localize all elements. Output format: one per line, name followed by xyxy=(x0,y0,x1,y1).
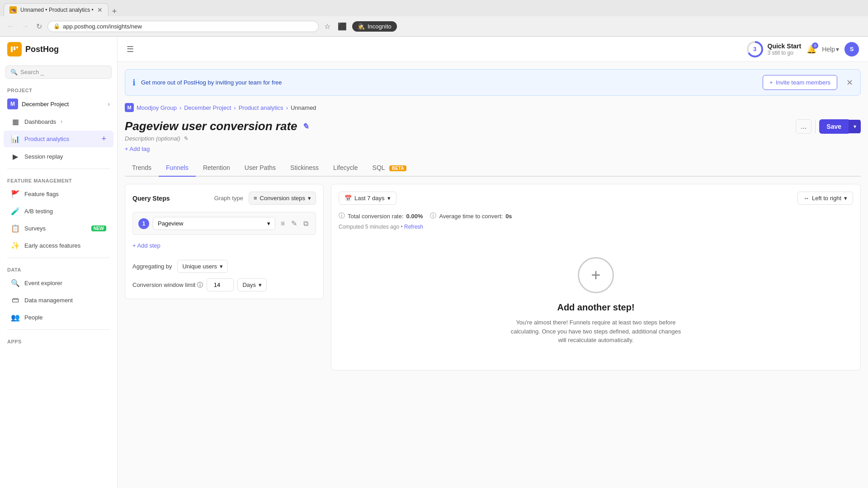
browser-tab[interactable]: 🦔 Unnamed • Product analytics • ✕ xyxy=(4,3,108,16)
insight-title-text[interactable]: Pageview user conversion rate xyxy=(125,119,297,133)
add-tag-button[interactable]: + Add tag xyxy=(125,145,861,152)
tab-retention[interactable]: Retention xyxy=(196,160,237,177)
notifications-button[interactable]: 🔔 0 xyxy=(807,44,816,54)
sidebar-item-data-management[interactable]: 🗃 Data management xyxy=(4,292,113,308)
conversion-window-row: Conversion window limit ⓘ Days ▾ xyxy=(132,278,316,291)
tab-funnels[interactable]: Funnels xyxy=(159,160,196,177)
tab-stickiness[interactable]: Stickiness xyxy=(283,160,326,177)
avg-time-info-icon[interactable]: ⓘ xyxy=(430,212,436,220)
sidebar-item-ab-testing[interactable]: 🧪 A/B testing xyxy=(4,203,113,219)
total-rate-info-icon[interactable]: ⓘ xyxy=(339,212,345,220)
avg-time-label: Average time to convert: xyxy=(439,213,503,220)
edit-desc-icon: ✎ xyxy=(183,135,188,142)
step-row-1: 1 Pageview ▾ ≡ ✎ ⧉ xyxy=(132,212,316,235)
tab-trends[interactable]: Trends xyxy=(125,160,159,177)
reload-button[interactable]: ↻ xyxy=(34,20,44,33)
tab-favicon: 🦔 xyxy=(9,6,17,14)
search-icon: 🔍 xyxy=(10,69,18,75)
banner-close-button[interactable]: ✕ xyxy=(846,78,853,88)
sidebar-item-label: Data management xyxy=(24,297,73,304)
tab-lifecycle[interactable]: Lifecycle xyxy=(326,160,365,177)
date-range-picker[interactable]: 📅 Last 7 days ▾ xyxy=(339,192,396,205)
invite-button-label: Invite team members xyxy=(776,79,830,86)
query-header: Query Steps Graph type ≡ Conversion step… xyxy=(132,192,316,205)
query-steps-panel: Query Steps Graph type ≡ Conversion step… xyxy=(125,184,324,299)
breadcrumb-project[interactable]: December Project xyxy=(184,104,231,111)
lock-icon: 🔒 xyxy=(53,23,60,29)
sidebar-item-label: Event explorer xyxy=(24,280,62,286)
window-label: Conversion window limit ⓘ xyxy=(132,281,203,289)
tab-user-paths[interactable]: User Paths xyxy=(237,160,283,177)
tab-close-button[interactable]: ✕ xyxy=(97,6,103,14)
add-step-circle-button[interactable]: + xyxy=(578,257,614,293)
insight-actions: ... Save ▾ xyxy=(796,119,861,134)
project-selector[interactable]: M December Project › xyxy=(0,95,117,113)
new-tab-button[interactable]: + xyxy=(108,7,121,16)
dashboards-icon: ▦ xyxy=(11,117,20,126)
bookmark-button[interactable]: ☆ xyxy=(322,20,332,33)
agg-select[interactable]: Unique users ▾ xyxy=(177,260,228,273)
edit-title-icon[interactable]: ✎ xyxy=(302,122,309,131)
query-steps-title: Query Steps xyxy=(132,195,170,202)
cast-button[interactable]: ⬛ xyxy=(336,20,349,33)
header-right: 3 Quick Start 3 still to go 🔔 0 Help ▾ S xyxy=(747,41,859,57)
incognito-badge: 🕵️ Incognito xyxy=(352,21,397,32)
sidebar-search[interactable]: 🔍 Search _ xyxy=(5,66,112,79)
two-column-layout: Query Steps Graph type ≡ Conversion step… xyxy=(125,184,861,371)
insight-description[interactable]: Description (optional) ✎ xyxy=(125,135,796,142)
more-options-button[interactable]: ... xyxy=(796,119,811,134)
breadcrumb-group[interactable]: Moodjoy Group xyxy=(137,104,177,111)
step-1-edit-button[interactable]: ✎ xyxy=(289,217,299,230)
left-panel: Query Steps Graph type ≡ Conversion step… xyxy=(125,184,324,371)
sidebar-item-feature-flags[interactable]: 🚩 Feature flags xyxy=(4,186,113,202)
computed-row: Computed 5 minutes ago • Refresh xyxy=(339,224,853,230)
step-number-1: 1 xyxy=(138,218,149,229)
new-badge: NEW xyxy=(91,225,106,231)
add-insight-button[interactable]: + xyxy=(101,134,106,144)
insight-title-area: Pageview user conversion rate ✎ Descript… xyxy=(125,119,796,142)
graph-type-select[interactable]: ≡ Conversion steps ▾ xyxy=(249,192,316,205)
window-info-icon: ⓘ xyxy=(197,281,203,289)
sidebar-item-session-replay[interactable]: ▶ Session replay xyxy=(4,148,113,164)
save-button[interactable]: Save xyxy=(819,119,849,134)
invite-team-members-button[interactable]: + Invite team members xyxy=(763,75,837,90)
sidebar-item-early-access[interactable]: ✨ Early access features xyxy=(4,237,113,253)
computed-text: Computed 5 minutes ago xyxy=(339,224,399,230)
tab-sql[interactable]: SQL BETA xyxy=(365,160,414,177)
add-step-button[interactable]: + Add step xyxy=(132,239,316,253)
sidebar-item-product-analytics[interactable]: 📊 Product analytics + xyxy=(4,131,113,147)
breadcrumb-chevron: › xyxy=(179,104,181,111)
right-toolbar: 📅 Last 7 days ▾ ↔ Left to right ▾ xyxy=(339,192,853,205)
sidebar-item-event-explorer[interactable]: 🔍 Event explorer xyxy=(4,275,113,291)
banner-text: Get more out of PostHog by inviting your… xyxy=(141,79,757,86)
section-apps-label: APPS xyxy=(0,333,117,346)
chevron-down-icon: ▾ xyxy=(844,195,847,202)
sidebar-item-dashboards[interactable]: ▦ Dashboards › xyxy=(4,113,113,130)
step-1-copy-button[interactable]: ⧉ xyxy=(302,217,310,230)
breadcrumb: M Moodjoy Group › December Project › Pro… xyxy=(125,103,861,112)
notification-badge: 0 xyxy=(812,42,818,49)
app-container: PostHog 🔍 Search _ PROJECT M December Pr… xyxy=(0,37,868,488)
address-bar[interactable]: 🔒 app.posthog.com/insights/new xyxy=(47,21,319,32)
save-dropdown-button[interactable]: ▾ xyxy=(849,120,861,133)
quick-start-progress: 3 xyxy=(747,41,763,57)
hamburger-button[interactable]: ☰ xyxy=(127,44,134,54)
step-1-filter-button[interactable]: ≡ xyxy=(279,217,287,230)
chevron-down-icon: › xyxy=(61,118,62,125)
step-1-event-select[interactable]: Pageview ▾ xyxy=(153,217,275,230)
help-button[interactable]: Help ▾ xyxy=(822,46,839,53)
refresh-link[interactable]: Refresh xyxy=(404,224,423,230)
direction-select[interactable]: ↔ Left to right ▾ xyxy=(797,192,853,205)
posthog-logo[interactable]: PostHog xyxy=(7,42,110,56)
back-button[interactable]: ← xyxy=(5,20,16,32)
sidebar-item-surveys[interactable]: 📋 Surveys NEW xyxy=(4,220,113,236)
calendar-icon: 📅 xyxy=(344,195,352,202)
quick-start[interactable]: 3 Quick Start 3 still to go xyxy=(747,41,802,57)
breadcrumb-section[interactable]: Product analytics xyxy=(239,104,283,111)
window-unit-select[interactable]: Days ▾ xyxy=(237,278,267,291)
sidebar-item-people[interactable]: 👥 People xyxy=(4,309,113,325)
forward-button[interactable]: → xyxy=(20,20,31,32)
window-value-input[interactable] xyxy=(207,278,234,291)
user-avatar[interactable]: S xyxy=(844,42,859,56)
plus-icon: + xyxy=(769,79,773,86)
